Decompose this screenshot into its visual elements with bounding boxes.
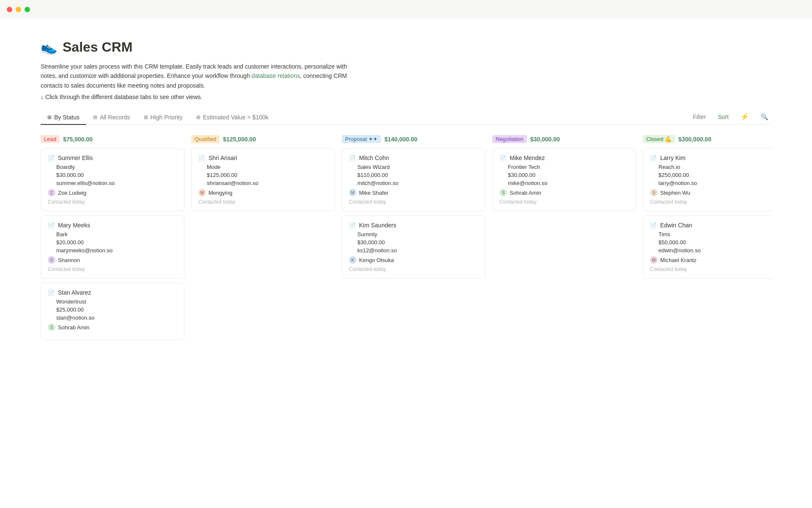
contact-name: Mitch Cohn xyxy=(359,155,389,161)
column-header-qualified: Qualified$125,000.00 xyxy=(191,135,335,143)
column-proposal: Proposal ✦✦$140,000.00📄Mitch CohnSales W… xyxy=(342,135,486,283)
page-icon: 👟 xyxy=(41,39,58,55)
document-icon: 📄 xyxy=(48,290,55,296)
card-name: 📄Mitch Cohn xyxy=(349,155,478,161)
card-deal-value: $20,000.00 xyxy=(48,239,177,246)
card-email: marymeeks@notion.so xyxy=(48,247,177,254)
tab-high-priority[interactable]: ⊞ High Priority xyxy=(137,110,189,125)
minimize-button[interactable] xyxy=(16,7,21,12)
tab-all-records-icon: ⊞ xyxy=(93,114,97,120)
tab-by-status[interactable]: ⊞ By Status xyxy=(41,110,86,125)
assignee-name: Shannon xyxy=(58,257,80,263)
card-contacted: Contacted today xyxy=(650,266,771,272)
avatar: Z xyxy=(48,189,55,196)
column-lead: Lead$75,000.00📄Summer EllisBoardly$30,00… xyxy=(41,135,184,344)
column-header-lead: Lead$75,000.00 xyxy=(41,135,184,143)
page-title: Sales CRM xyxy=(63,39,132,55)
table-row[interactable]: 📄Mitch CohnSales Wizard$110,000.00mitch@… xyxy=(342,148,486,211)
column-value-negotiation: $30,000.00 xyxy=(530,136,560,143)
table-row[interactable]: 📄Shri AnsariMode$125,000.00shriansari@no… xyxy=(191,148,335,211)
card-name: 📄Mike Mendez xyxy=(499,155,629,161)
card-assignee: SShannon xyxy=(48,256,177,264)
search-button[interactable]: 🔍 xyxy=(757,112,771,122)
page-description: Streamline your sales process with this … xyxy=(41,62,354,90)
document-icon: 📄 xyxy=(48,155,55,161)
tab-all-records[interactable]: ⊞ All Records xyxy=(86,110,137,125)
card-name: 📄Shri Ansari xyxy=(198,155,328,161)
card-contacted: Contacted today xyxy=(198,199,328,205)
document-icon: 📄 xyxy=(650,222,657,229)
card-contacted: Contacted today xyxy=(48,266,177,272)
contact-name: Kim Saunders xyxy=(359,222,396,229)
kanban-board: Lead$75,000.00📄Summer EllisBoardly$30,00… xyxy=(41,135,771,351)
table-row[interactable]: 📄Mary MeeksBark$20,000.00marymeeks@notio… xyxy=(41,215,184,279)
sort-button[interactable]: Sort xyxy=(714,112,732,122)
card-company: Frontier Tech xyxy=(499,164,629,170)
card-deal-value: $110,000.00 xyxy=(349,172,478,178)
card-assignee: SStephen Wu xyxy=(650,189,771,196)
table-row[interactable]: 📄Stan AlvarezWondertrust$25,000.00stan@n… xyxy=(41,283,184,340)
main-content: 👟 Sales CRM Streamline your sales proces… xyxy=(0,19,812,371)
document-icon: 📄 xyxy=(48,222,55,229)
card-email: edwin@notion.so xyxy=(650,247,771,254)
table-row[interactable]: 📄Kim SaundersSummly$30,000.00ks12@notion… xyxy=(342,215,486,279)
table-row[interactable]: 📄Mike MendezFrontier Tech$30,000.00mike@… xyxy=(492,148,636,211)
document-icon: 📄 xyxy=(650,155,657,161)
filter-button[interactable]: Filter xyxy=(689,112,709,122)
card-company: Bark xyxy=(48,231,177,237)
status-badge-negotiation: Negotiation xyxy=(492,135,527,143)
table-row[interactable]: 📄Summer EllisBoardly$30,000.00summer.ell… xyxy=(41,148,184,211)
page-hint: ↓ Click through the different database t… xyxy=(41,94,771,100)
card-deal-value: $50,000.00 xyxy=(650,239,771,246)
maximize-button[interactable] xyxy=(25,7,30,12)
lightning-button[interactable]: ⚡ xyxy=(737,111,752,122)
card-assignee: SSohrab Amin xyxy=(48,323,177,331)
avatar: S xyxy=(48,323,55,331)
contact-name: Summer Ellis xyxy=(58,155,93,161)
card-deal-value: $125,000.00 xyxy=(198,172,328,178)
tab-estimated-value-icon: ⊞ xyxy=(196,114,200,120)
assignee-name: Sohrab Amin xyxy=(510,190,541,196)
column-header-closed: Closed 💪$300,000.00 xyxy=(643,135,771,143)
contact-name: Mary Meeks xyxy=(58,222,90,229)
card-email: summer.ellis@notion.so xyxy=(48,180,177,186)
document-icon: 📄 xyxy=(198,155,205,161)
card-company: Boardly xyxy=(48,164,177,170)
avatar: M xyxy=(198,189,206,196)
card-email: shriansari@notion.so xyxy=(198,180,328,186)
card-email: ks12@notion.so xyxy=(349,247,478,254)
status-badge-lead: Lead xyxy=(41,135,60,143)
assignee-name: Sohrab Amin xyxy=(58,324,89,331)
card-deal-value: $250,000.00 xyxy=(650,172,771,178)
assignee-name: Kengo Otsuka xyxy=(359,257,394,263)
status-badge-qualified: Qualified xyxy=(191,135,219,143)
table-row[interactable]: 📄Larry KimReach.io$250,000.00larry@notio… xyxy=(643,148,771,211)
database-relations-link[interactable]: database relations xyxy=(252,72,300,79)
tab-estimated-value[interactable]: ⊞ Estimated Value > $100k xyxy=(189,110,275,125)
card-contacted: Contacted today xyxy=(650,199,771,205)
column-header-negotiation: Negotiation$30,000.00 xyxy=(492,135,636,143)
avatar: M xyxy=(650,256,658,264)
card-company: Mode xyxy=(198,164,328,170)
card-name: 📄Mary Meeks xyxy=(48,222,177,229)
document-icon: 📄 xyxy=(499,155,506,161)
card-assignee: KKengo Otsuka xyxy=(349,256,478,264)
card-email: larry@notion.so xyxy=(650,180,771,186)
card-name: 📄Stan Alvarez xyxy=(48,289,177,296)
assignee-name: Zoe Ludwig xyxy=(58,190,86,196)
page-header: 👟 Sales CRM xyxy=(41,39,771,55)
card-company: Summly xyxy=(349,231,478,237)
column-value-qualified: $125,000.00 xyxy=(223,136,256,143)
card-email: mitch@notion.so xyxy=(349,180,478,186)
card-contacted: Contacted today xyxy=(499,199,629,205)
close-button[interactable] xyxy=(7,7,12,12)
contact-name: Stan Alvarez xyxy=(58,289,91,296)
avatar: K xyxy=(349,256,357,264)
card-deal-value: $30,000.00 xyxy=(48,172,177,178)
assignee-name: Mengying xyxy=(208,190,232,196)
card-company: Tims xyxy=(650,231,771,237)
card-assignee: MMengying xyxy=(198,189,328,196)
card-name: 📄Summer Ellis xyxy=(48,155,177,161)
column-value-lead: $75,000.00 xyxy=(63,136,93,143)
table-row[interactable]: 📄Edwin ChanTims$50,000.00edwin@notion.so… xyxy=(643,215,771,279)
